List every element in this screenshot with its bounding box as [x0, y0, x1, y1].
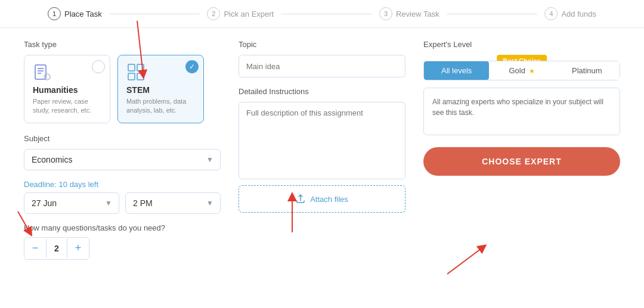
- task-card-humanities[interactable]: Humanities Paper review, case study, res…: [24, 55, 110, 123]
- topic-section: Topic: [239, 40, 405, 77]
- task-card-stem[interactable]: STEM Math problems, data analysis, lab, …: [117, 55, 204, 123]
- instructions-textarea[interactable]: [239, 102, 405, 179]
- middle-column: Topic Detailed Instructions Attach files: [239, 40, 405, 294]
- instructions-label: Detailed Instructions: [239, 87, 405, 96]
- step-3-label: Review Task: [396, 10, 439, 18]
- step-4[interactable]: 4 Add funds: [544, 7, 596, 20]
- step-1-circle: 1: [48, 7, 61, 20]
- step-1[interactable]: 1 Place Task: [48, 7, 102, 20]
- time-select[interactable]: 1 PM 2 PM 3 PM 4 PM: [125, 192, 221, 214]
- stem-title: STEM: [126, 85, 195, 95]
- step-2-circle: 2: [207, 7, 220, 20]
- choose-expert-button[interactable]: CHOOSE EXPERT: [423, 147, 620, 176]
- svg-rect-5: [128, 64, 135, 71]
- attach-label: Attach files: [310, 195, 348, 204]
- step-4-circle: 4: [544, 7, 558, 20]
- stem-icon: [126, 63, 145, 82]
- gold-star-icon: ★: [529, 67, 535, 74]
- main-content: Task type Human: [0, 28, 644, 306]
- topic-label: Topic: [239, 40, 405, 49]
- step-line-2: [281, 14, 372, 14]
- step-2-label: Pick an Expert: [224, 10, 274, 18]
- level-tabs-wrapper: Best Choice All levels Gold ★ Platinum: [423, 61, 620, 80]
- humanities-uncheck: [92, 60, 105, 73]
- deadline-days-left: 10 days left: [59, 180, 99, 189]
- subject-label: Subject: [24, 134, 221, 143]
- svg-rect-8: [137, 73, 144, 80]
- tab-platinum-label: Platinum: [572, 66, 602, 75]
- increment-button[interactable]: +: [67, 238, 89, 259]
- stepper: 1 Place Task 2 Pick an Expert 3 Review T…: [0, 0, 644, 28]
- svg-rect-7: [128, 73, 135, 80]
- topic-input[interactable]: [239, 55, 405, 77]
- right-column: Expert's Level Best Choice All levels Go…: [423, 40, 620, 294]
- step-line-3: [447, 14, 538, 14]
- tab-all-label: All levels: [441, 66, 472, 75]
- deadline-text: Deadline:: [24, 180, 57, 189]
- attach-icon: [296, 194, 305, 204]
- deadline-label: Deadline: 10 days left: [24, 180, 221, 189]
- questions-label: How many questions/tasks do you need?: [24, 223, 221, 232]
- expert-level-label: Expert's Level: [423, 40, 620, 49]
- task-type-label: Task type: [24, 40, 221, 49]
- humanities-title: Humanities: [33, 85, 101, 95]
- time-select-wrapper: 1 PM 2 PM 3 PM 4 PM ▼: [125, 192, 221, 214]
- left-column: Task type Human: [24, 40, 221, 294]
- subject-section: Subject Economics Mathematics Physics Ch…: [24, 134, 221, 170]
- svg-rect-6: [137, 64, 144, 71]
- stem-check: ✓: [185, 60, 199, 73]
- step-line-1: [109, 14, 200, 14]
- expert-description: All amazing experts who specialize in yo…: [423, 88, 620, 135]
- subject-select-wrapper: Economics Mathematics Physics Chemistry …: [24, 149, 221, 170]
- questions-stepper: − 2 +: [24, 237, 89, 260]
- tab-all-levels[interactable]: All levels: [424, 61, 489, 80]
- date-select[interactable]: 27 Jun 28 Jun 29 Jun 30 Jun: [24, 192, 119, 214]
- step-2[interactable]: 2 Pick an Expert: [207, 7, 274, 20]
- expert-level-section: Expert's Level Best Choice All levels Go…: [423, 40, 620, 176]
- attach-files-box[interactable]: Attach files: [239, 185, 405, 213]
- step-3-circle: 3: [379, 7, 392, 20]
- humanities-icon: [33, 63, 52, 82]
- questions-section: How many questions/tasks do you need? − …: [24, 223, 221, 260]
- task-type-section: Task type Human: [24, 40, 221, 123]
- questions-value: 2: [46, 239, 67, 258]
- svg-point-4: [44, 74, 50, 80]
- level-tabs: All levels Gold ★ Platinum: [423, 61, 620, 80]
- step-1-label: Place Task: [64, 10, 102, 18]
- stem-desc: Math problems, data analysis, lab, etc.: [126, 97, 195, 116]
- deadline-row: 27 Jun 28 Jun 29 Jun 30 Jun ▼ 1 PM 2 PM …: [24, 192, 221, 214]
- deadline-section: Deadline: 10 days left 27 Jun 28 Jun 29 …: [24, 180, 221, 214]
- step-4-label: Add funds: [561, 10, 596, 18]
- decrement-button[interactable]: −: [24, 238, 46, 259]
- tab-platinum[interactable]: Platinum: [555, 61, 620, 80]
- task-type-cards: Humanities Paper review, case study, res…: [24, 55, 221, 123]
- date-select-wrapper: 27 Jun 28 Jun 29 Jun 30 Jun ▼: [24, 192, 119, 214]
- humanities-desc: Paper review, case study, research, etc.: [33, 97, 101, 116]
- tab-gold[interactable]: Gold ★: [489, 61, 554, 80]
- subject-select[interactable]: Economics Mathematics Physics Chemistry …: [24, 149, 221, 170]
- step-3[interactable]: 3 Review Task: [379, 7, 439, 20]
- tab-gold-label: Gold: [509, 66, 525, 75]
